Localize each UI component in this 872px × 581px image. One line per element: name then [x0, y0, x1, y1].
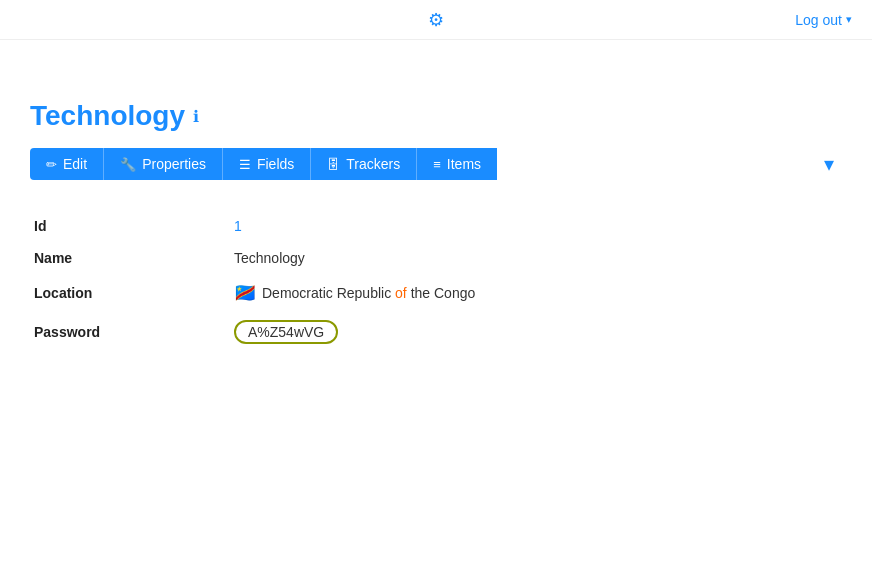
items-label: Items [447, 156, 481, 172]
details-table: Id 1 Name Technology Location 🇨🇩 Democra… [30, 210, 842, 352]
logout-chevron-icon: ▾ [846, 13, 852, 26]
page-title-row: Technology ℹ [30, 100, 842, 132]
password-label: Password [30, 312, 230, 352]
location-row: 🇨🇩 Democratic Republic of the Congo [234, 282, 838, 304]
id-value: 1 [230, 210, 842, 242]
table-row: Name Technology [30, 242, 842, 274]
password-value-cell: A%Z54wVG [230, 312, 842, 352]
trackers-button[interactable]: 🗄 Trackers [310, 148, 416, 180]
fields-label: Fields [257, 156, 294, 172]
location-highlight: of [395, 285, 407, 301]
location-text: Democratic Republic of the Congo [262, 285, 475, 301]
trackers-icon: 🗄 [327, 157, 340, 172]
properties-button[interactable]: 🔧 Properties [103, 148, 222, 180]
logout-label: Log out [795, 12, 842, 28]
main-content: Technology ℹ ✏ Edit 🔧 Properties ☰ Field… [0, 40, 872, 382]
fields-button[interactable]: ☰ Fields [222, 148, 310, 180]
items-icon: ≡ [433, 157, 441, 172]
edit-label: Edit [63, 156, 87, 172]
edit-button[interactable]: ✏ Edit [30, 148, 103, 180]
logout-button[interactable]: Log out ▾ [795, 12, 852, 28]
expand-button[interactable]: ▾ [816, 148, 842, 180]
items-button[interactable]: ≡ Items [416, 148, 497, 180]
action-bar: ✏ Edit 🔧 Properties ☰ Fields 🗄 Trackers … [30, 148, 842, 180]
name-value: Technology [230, 242, 842, 274]
name-label: Name [30, 242, 230, 274]
gear-icon[interactable]: ⚙ [428, 9, 444, 31]
wrench-icon: 🔧 [120, 157, 136, 172]
page-title: Technology [30, 100, 185, 132]
id-value-text: 1 [234, 218, 242, 234]
table-row: Password A%Z54wVG [30, 312, 842, 352]
location-label: Location [30, 274, 230, 312]
trackers-label: Trackers [346, 156, 400, 172]
edit-icon: ✏ [46, 157, 57, 172]
flag-icon: 🇨🇩 [234, 282, 256, 304]
password-value: A%Z54wVG [234, 320, 338, 344]
location-value-cell: 🇨🇩 Democratic Republic of the Congo [230, 274, 842, 312]
top-bar: ⚙ Log out ▾ [0, 0, 872, 40]
top-bar-center: ⚙ [297, 9, 574, 31]
location-pre: Democratic Republic [262, 285, 395, 301]
table-row: Location 🇨🇩 Democratic Republic of the C… [30, 274, 842, 312]
help-icon[interactable]: ℹ [193, 107, 199, 126]
properties-label: Properties [142, 156, 206, 172]
table-row: Id 1 [30, 210, 842, 242]
location-post: the Congo [407, 285, 476, 301]
id-label: Id [30, 210, 230, 242]
fields-icon: ☰ [239, 157, 251, 172]
